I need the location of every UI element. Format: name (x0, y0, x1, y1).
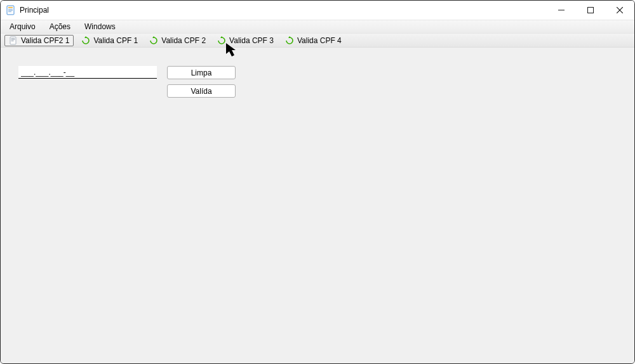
svg-rect-6 (588, 8, 594, 13)
refresh-icon (217, 36, 226, 45)
maximize-button[interactable] (576, 1, 605, 20)
window-title: Principal (20, 6, 49, 15)
tab-label: Valida CPF 1 (93, 36, 138, 45)
button-label: Valída (190, 87, 211, 96)
svg-rect-3 (8, 10, 13, 11)
menu-windows[interactable]: Windows (82, 21, 118, 32)
refresh-icon (149, 36, 158, 45)
valida-button[interactable]: Valída (167, 84, 236, 98)
tab-valida-cpf2-1[interactable]: Valida CPF2 1 (4, 35, 74, 46)
titlebar: Principal (1, 1, 634, 20)
content-area: Limpa Valída (1, 48, 634, 363)
app-icon (6, 5, 16, 15)
svg-rect-12 (11, 41, 14, 41)
menu-arquivo[interactable]: Arquivo (7, 21, 38, 32)
cpf-input[interactable] (18, 66, 157, 79)
tab-label: Valida CPF 3 (229, 36, 274, 45)
tab-label: Valida CPF2 1 (21, 36, 69, 45)
menu-acoes[interactable]: Ações (47, 21, 73, 32)
svg-rect-2 (8, 9, 13, 10)
tabbar: Valida CPF2 1 Valida CPF 1 Valida CPF 2 (1, 34, 634, 48)
svg-rect-10 (11, 38, 15, 39)
tab-label: Valida CPF 4 (297, 36, 342, 45)
tab-valida-cpf-3[interactable]: Valida CPF 3 (213, 35, 277, 46)
close-button[interactable] (605, 1, 634, 20)
svg-rect-11 (11, 39, 15, 40)
form-icon (9, 36, 18, 45)
tab-valida-cpf-4[interactable]: Valida CPF 4 (281, 35, 345, 46)
tab-valida-cpf-2[interactable]: Valida CPF 2 (145, 35, 210, 46)
minimize-button[interactable] (547, 1, 576, 20)
svg-rect-4 (8, 11, 11, 12)
button-label: Limpa (191, 68, 212, 77)
tab-label: Valida CPF 2 (161, 36, 206, 45)
menubar: Arquivo Ações Windows (1, 20, 634, 34)
refresh-icon (81, 36, 90, 45)
refresh-icon (285, 36, 294, 45)
tab-valida-cpf-1[interactable]: Valida CPF 1 (77, 35, 142, 46)
main-window: Principal Arquivo Ações Windows (0, 0, 635, 364)
window-controls (547, 1, 634, 20)
svg-rect-1 (8, 7, 13, 8)
limpa-button[interactable]: Limpa (167, 66, 236, 79)
